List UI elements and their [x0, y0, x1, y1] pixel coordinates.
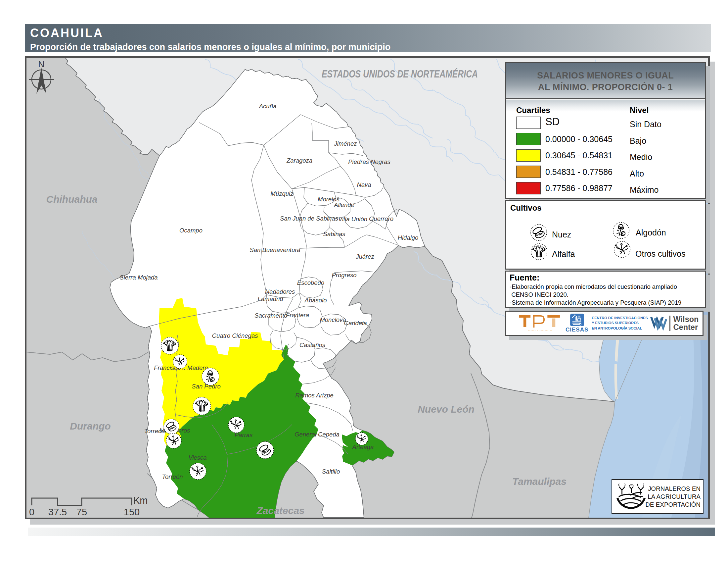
legend-col-cuartiles: Cuartiles: [516, 106, 550, 115]
page-subtitle: Proporción de trabajadores con salarios …: [30, 42, 711, 52]
wilson-line2: Center: [673, 323, 699, 331]
municipality-label: Nadadores: [265, 288, 295, 295]
legend-level: Bajo: [630, 136, 646, 146]
alfalfa-map-icon: [161, 337, 178, 354]
state-label: Nuevo León: [418, 404, 475, 415]
tpt-logo-tagline: ▪▪▪▪▪▪ ▪ ▪▪▪▪▪▪▪ ▪▪: [528, 330, 553, 332]
legend-level: Medio: [630, 152, 652, 162]
legend-header: SALARIOS MENORES O IGUAL AL MÍNIMO. PROP…: [506, 63, 705, 99]
scale-unit-label: Km: [133, 495, 148, 506]
otros-map-icon: [355, 433, 368, 445]
municipality-label: Allende: [334, 201, 354, 208]
ciesas-line: CENTRO DE INVESTIGACIONES: [592, 316, 648, 321]
cultivos-title: Cultivos: [510, 203, 542, 212]
municipality-label: Cuatro Ciénegas: [212, 332, 258, 339]
legend-range: 0.00000 - 0.30645: [545, 134, 613, 144]
state-label: Zacatecas: [256, 505, 304, 516]
legend-swatch: [516, 149, 541, 162]
otros-map-icon: [228, 417, 244, 433]
state-label: ESTADOS UNIDOS DE NORTEAMÉRICA: [322, 68, 478, 80]
otros-map-icon: [173, 355, 187, 369]
fuente-line: -Sistema de Información Agropecuaria y P…: [510, 299, 681, 307]
municipality-label: General Cepeda: [295, 431, 340, 438]
state-label: Tamaulipas: [512, 476, 567, 487]
legend-header-line2: AL MÍNIMO. PROPORCIÓN 0- 1: [506, 82, 705, 92]
scale-tick-label: 150: [124, 507, 140, 517]
municipality-label: Piedras Negras: [348, 158, 390, 165]
municipality-label: Sierra Mojada: [119, 274, 158, 281]
otros-map-icon: [190, 463, 206, 480]
municipality-label: San Juan de Sabinas: [280, 215, 338, 222]
wilson-wordmark: Wilson Center: [673, 315, 699, 331]
otros-map-icon: [166, 433, 181, 448]
legend-swatch: [516, 182, 541, 194]
wilson-line1: Wilson: [673, 315, 699, 323]
legend-level: Alto: [630, 169, 644, 178]
municipality-label: Candela: [344, 320, 367, 327]
jornaleros-line: JORNALEROS EN: [645, 485, 701, 493]
crop-legend-item: [530, 223, 548, 243]
jornaleros-logo-box: JORNALEROS ENLA AGRICULTURADE EXPORTACIÓ…: [612, 479, 704, 514]
crop-legend-item: [530, 243, 548, 262]
legend-range: 0.54831 - 0.77586: [545, 167, 613, 177]
municipality-label: Jiménez: [334, 140, 357, 147]
wilson-logo: Wilson Center: [650, 315, 699, 331]
crop-label: Alfalfa: [552, 249, 575, 259]
legend-level: Máximo: [630, 185, 659, 195]
otros-icon: [613, 240, 631, 258]
title-bar: COAHUILA Proporción de trabajadores con …: [25, 24, 711, 52]
ciesas-logo-graphic: [570, 314, 584, 326]
state-label: Chihuahua: [46, 194, 98, 205]
municipality-label: Múzquiz: [271, 190, 294, 197]
legend-swatch: [516, 133, 541, 145]
municipality-label: Ocampo: [179, 227, 203, 234]
municipality-label: Torreón: [162, 473, 183, 480]
nuez-map-icon: [256, 442, 274, 459]
fuente-line: -Elaboración propia con microdatos del c…: [510, 283, 681, 291]
municipality-label: Zaragoza: [286, 157, 312, 164]
legend-range: 0.30645 - 0.54831: [545, 151, 613, 160]
fuente-line: CENSO INEGI 2020.: [510, 291, 681, 299]
scale-tick-label: 37.5: [48, 507, 67, 517]
legend-swatch: [516, 117, 541, 129]
north-label: N: [38, 59, 45, 69]
municipality-label: Villa Unión: [338, 215, 367, 222]
legend-swatch: [516, 165, 541, 178]
ciesas-line: EN ANTROPOLOGÍA SOCIAL: [592, 326, 648, 331]
municipality-label: Castaños: [299, 342, 325, 349]
bottom-gradient-bar: [28, 528, 715, 536]
tpt-logo: ▪▪▪▪▪▪ ▪ ▪▪▪▪▪▪▪ ▪▪: [519, 315, 562, 332]
municipality-label: Acuña: [259, 103, 276, 110]
municipality-label: Sabinas: [323, 230, 345, 237]
jornaleros-line: DE EXPORTACIÓN: [645, 501, 701, 509]
municipality-label: Hidalgo: [398, 234, 419, 241]
municipality-label: Viesca: [188, 454, 206, 461]
legend-col-nivel: Nivel: [630, 106, 649, 115]
wilson-divider: [669, 316, 670, 331]
crop-legend-item: [612, 221, 630, 241]
legend-range: SD: [545, 116, 560, 128]
municipality-label: Guerrero: [369, 215, 393, 222]
ciesas-wordmark: CIESAS: [566, 327, 588, 333]
municipality-label: Juárez: [355, 253, 374, 260]
cultivos-panel: Cultivos NuezAlgodónAlfalfaOtros cultivo…: [505, 200, 706, 269]
crop-label: Nuez: [552, 230, 571, 239]
municipality-label: Sacramento: [254, 312, 288, 319]
legend-range: 0.77586 - 0.98877: [545, 183, 613, 193]
municipality-label: Monclova: [320, 316, 346, 323]
municipality-label: Saltillo: [322, 468, 340, 475]
jornaleros-graphic: [614, 480, 649, 513]
alfalfa-icon: [530, 243, 548, 260]
logos-panel: ▪▪▪▪▪▪ ▪ ▪▪▪▪▪▪▪ ▪▪ CIESAS CENTRO DE INV…: [505, 311, 704, 336]
algodon-icon: [612, 221, 630, 239]
crop-legend-item: [613, 240, 631, 259]
alfalfa-map-icon: [193, 397, 211, 415]
nuez-icon: [530, 223, 548, 241]
municipality-label: Frontera: [286, 312, 309, 319]
municipality-label: Escobedo: [297, 279, 324, 286]
municipality-label: Progreso: [332, 271, 356, 278]
algodon-map-icon: [202, 368, 219, 385]
jornaleros-text: JORNALEROS ENLA AGRICULTURADE EXPORTACIÓ…: [645, 485, 701, 509]
municipality-label: Abasolo: [304, 297, 327, 304]
fuente-panel: Fuente: -Elaboración propia con microdat…: [505, 270, 706, 308]
